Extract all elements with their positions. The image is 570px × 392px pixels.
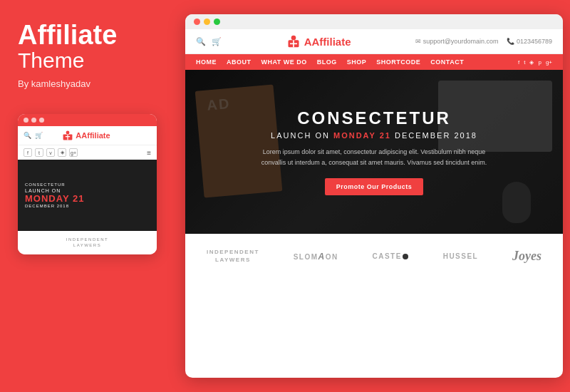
mobile-top-bar: 🔍 🛒 AAffiliate: [18, 126, 157, 145]
desktop-dot-green: [214, 19, 220, 25]
svg-rect-7: [290, 43, 297, 45]
mobile-social-icons: f t v ◈ g+: [24, 148, 78, 157]
nav-about[interactable]: ABOUT: [227, 58, 252, 66]
hero-cta-button[interactable]: Promote Our Products: [325, 178, 424, 195]
desktop-logo: AAffiliate: [286, 34, 351, 48]
desktop-contact-info: ✉ support@yourdomain.com 📞 0123456789: [415, 38, 552, 45]
mobile-hero-launch: LAUNCH ON: [25, 188, 150, 193]
mobile-logo-text: AAffiliate: [76, 131, 110, 140]
hero-content: CONSECTETUR LAUNCH ON MONDAY 21 DECEMBER…: [260, 108, 488, 195]
svg-point-5: [291, 36, 296, 41]
desktop-title-bar: [185, 14, 563, 29]
brand-independent-laywers: INDEPENDENT LAYWERS: [207, 249, 259, 264]
mobile-hero-sub: DECEMBER 2018: [25, 204, 150, 208]
nav-google-icon[interactable]: g+: [546, 59, 552, 66]
mobile-logo: AAffiliate: [62, 130, 110, 141]
search-icon[interactable]: 🔍: [24, 132, 31, 139]
desktop-mockup: 🔍 🛒 AAffiliate ✉ support@yourdomain.com …: [185, 14, 563, 378]
svg-point-1: [66, 131, 70, 135]
cart-icon[interactable]: 🛒: [35, 132, 43, 139]
nav-home[interactable]: HOME: [196, 58, 217, 66]
facebook-icon[interactable]: f: [24, 148, 32, 157]
left-subtitle: Theme: [18, 48, 84, 73]
brand-joyes: Joyes: [512, 249, 542, 264]
hero-subtitle: LAUNCH ON MONDAY 21 DECEMBER 2018: [260, 131, 488, 140]
desktop-nav-social: f t ◈ p g+: [518, 59, 552, 66]
left-panel: Affiliate Theme By kamleshyadav 🔍 🛒: [0, 0, 175, 392]
twitter-icon[interactable]: t: [35, 148, 43, 157]
hero-subtitle-suffix: DECEMBER 2018: [395, 131, 477, 140]
mobile-nav-bar: f t v ◈ g+ ≡: [18, 145, 157, 160]
desktop-dot-red: [194, 19, 200, 25]
mobile-brands: INDEPENDENT LAYWERS: [18, 231, 157, 254]
brand-casted: CASTE: [372, 252, 408, 260]
hero-subtitle-highlight: MONDAY 21: [333, 131, 395, 140]
desktop-email: ✉ support@yourdomain.com: [415, 38, 498, 45]
mobile-dot-2: [31, 118, 36, 123]
desktop-cart-icon[interactable]: 🛒: [212, 37, 222, 46]
hamburger-icon[interactable]: ≡: [147, 149, 151, 157]
hero-title: CONSECTETUR: [260, 108, 488, 128]
hero-subtitle-prefix: LAUNCH ON: [271, 131, 330, 140]
mobile-top-icons: 🔍 🛒: [24, 132, 43, 139]
desktop-brands: INDEPENDENT LAYWERS SLOMAON CASTE HUSSEL…: [185, 234, 563, 278]
desktop-nav: HOME ABOUT WHAT WE DO BLOG SHOP SHORTCOD…: [185, 54, 563, 70]
desktop-hero: CONSECTETUR LAUNCH ON MONDAY 21 DECEMBER…: [185, 70, 563, 234]
mobile-title-bar: [18, 114, 157, 126]
desktop-logo-text: AAffiliate: [304, 36, 351, 48]
nav-twitter-icon[interactable]: t: [524, 59, 525, 66]
vimeo-icon[interactable]: v: [46, 148, 55, 157]
mobile-dot-1: [24, 118, 28, 123]
nav-shop[interactable]: SHOP: [347, 58, 367, 66]
mobile-hero-main: MONDAY 21: [25, 194, 150, 204]
mobile-mockup: 🔍 🛒 AAffiliate f t v: [18, 114, 157, 254]
nav-pinterest-icon[interactable]: p: [538, 59, 541, 66]
nav-instagram-icon[interactable]: ◈: [529, 59, 534, 66]
brand-slomacon: SLOMAON: [294, 252, 338, 262]
desktop-top-bar: 🔍 🛒 AAffiliate ✉ support@yourdomain.com …: [185, 29, 563, 54]
brand-hussel: HUSSEL: [443, 252, 479, 260]
desktop-nav-links: HOME ABOUT WHAT WE DO BLOG SHOP SHORTCOD…: [196, 58, 464, 66]
instagram-icon[interactable]: ◈: [58, 148, 66, 157]
affiliate-logo-icon: [62, 130, 73, 141]
hero-description: Lorem ipsum dolor sit amet, consectetur …: [260, 147, 488, 167]
left-by: By kamleshyadav: [18, 78, 90, 89]
mobile-dot-3: [39, 118, 44, 123]
desktop-search-icon[interactable]: 🔍: [196, 37, 206, 46]
mobile-brand-label: INDEPENDENT LAYWERS: [21, 237, 153, 249]
mobile-hero-above: CONSECTETUR: [25, 182, 150, 187]
nav-blog[interactable]: BLOG: [317, 58, 337, 66]
google-icon[interactable]: g+: [69, 148, 78, 157]
mobile-hero: CONSECTETUR LAUNCH ON MONDAY 21 DECEMBER…: [18, 160, 157, 231]
desktop-dot-yellow: [204, 19, 210, 25]
left-title: Affiliate: [18, 21, 117, 48]
nav-contact[interactable]: CONTACT: [430, 58, 464, 66]
nav-facebook-icon[interactable]: f: [518, 59, 519, 66]
desktop-top-icons: 🔍 🛒: [196, 37, 222, 46]
nav-what-we-do[interactable]: WHAT WE DO: [261, 58, 307, 66]
desktop-phone: 📞 0123456789: [507, 38, 552, 45]
desktop-logo-icon: [286, 34, 301, 48]
nav-shortcode[interactable]: SHORTCODE: [376, 58, 420, 66]
